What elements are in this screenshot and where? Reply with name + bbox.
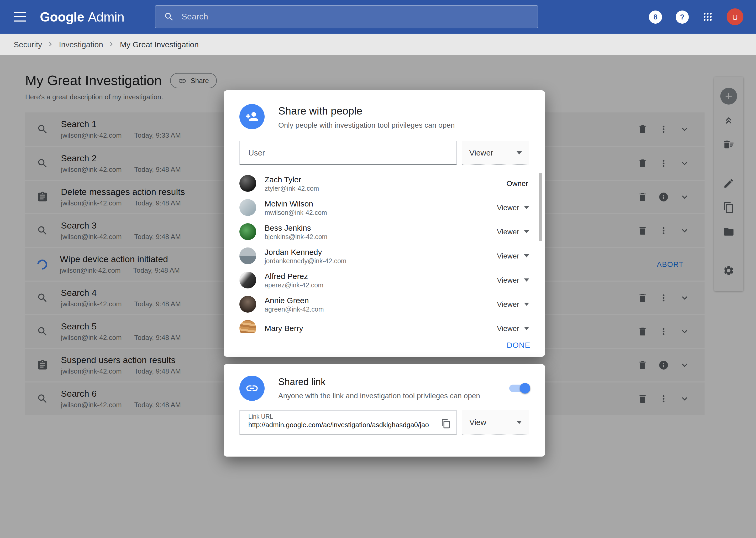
dropdown-arrow-icon xyxy=(524,279,529,282)
dropdown-arrow-icon xyxy=(524,303,529,306)
role-dropdown[interactable]: Viewer xyxy=(497,324,529,333)
person-email: mwilson@ink-42.com xyxy=(264,209,327,216)
avatar xyxy=(239,247,256,264)
role-select-value: Viewer xyxy=(469,148,493,157)
person-email: aperez@ink-42.com xyxy=(264,281,323,289)
role-select[interactable]: Viewer xyxy=(462,141,529,165)
app-header: Google Admin 8 ? U xyxy=(0,0,756,34)
person-row: Mary Berry Viewer xyxy=(239,316,529,333)
person-name: Bess Jenkins xyxy=(264,223,327,232)
role-dropdown[interactable]: Viewer xyxy=(497,252,529,260)
role-dropdown[interactable]: Viewer xyxy=(497,228,529,236)
person-row: Alfred Perez aperez@ink-42.com Viewer xyxy=(239,268,529,292)
dialog-title: Share with people xyxy=(278,105,455,117)
role-dropdown[interactable]: Viewer xyxy=(497,300,529,308)
admin-console: Google Admin 8 ? U Security Investigatio… xyxy=(0,0,756,538)
role-value: Viewer xyxy=(497,276,519,284)
role-dropdown[interactable]: Viewer xyxy=(497,276,529,284)
person-row: Zach Tyler ztyler@ink-42.com Owner xyxy=(239,171,529,195)
notifications-badge[interactable]: 8 xyxy=(649,10,662,24)
dialog-subtitle: Anyone with the link and investigation t… xyxy=(278,392,480,400)
share-with-people-dialog: Share with people Only people with inves… xyxy=(224,90,545,357)
person-email: ztyler@ink-42.com xyxy=(264,185,319,192)
avatar xyxy=(239,175,256,192)
person-name: Annie Green xyxy=(264,296,324,304)
role-value: Viewer xyxy=(497,324,519,333)
avatar xyxy=(239,272,256,289)
shared-link-dialog: Shared link Anyone with the link and inv… xyxy=(224,364,545,457)
role-dropdown[interactable]: Viewer xyxy=(497,203,529,212)
dropdown-arrow-icon xyxy=(524,327,529,330)
role-value: Viewer xyxy=(497,228,519,236)
person-email: agreen@ink-42.com xyxy=(264,305,324,313)
person-name: Alfred Perez xyxy=(264,271,323,280)
breadcrumb: Security Investigation My Great Investig… xyxy=(0,34,756,55)
chevron-right-icon xyxy=(46,40,55,48)
person-add-icon xyxy=(239,104,264,129)
logo-admin: Admin xyxy=(88,9,124,25)
dropdown-arrow-icon xyxy=(524,230,529,233)
role-value: Viewer xyxy=(497,203,519,212)
person-name: Jordan Kennedy xyxy=(264,247,347,256)
person-email: jordankennedy@ink-42.com xyxy=(264,257,347,265)
scrollbar-thumb[interactable] xyxy=(539,173,542,241)
person-email: bjenkins@ink-42.com xyxy=(264,233,327,241)
avatar xyxy=(239,320,256,333)
dropdown-arrow-icon xyxy=(517,421,522,424)
user-field[interactable] xyxy=(239,141,457,165)
dropdown-arrow-icon xyxy=(517,151,522,154)
app-logo: Google Admin xyxy=(40,9,124,25)
chevron-right-icon xyxy=(107,40,116,48)
breadcrumb-investigation[interactable]: Investigation xyxy=(59,40,103,49)
owner-label: Owner xyxy=(507,179,529,188)
link-url-field[interactable]: Link URL xyxy=(239,410,457,435)
avatar xyxy=(239,296,256,313)
search-input[interactable] xyxy=(181,12,529,22)
global-search[interactable] xyxy=(155,5,538,28)
avatar xyxy=(239,223,256,240)
dialog-title: Shared link xyxy=(278,377,480,388)
dropdown-arrow-icon xyxy=(524,206,529,209)
done-button[interactable]: DONE xyxy=(507,340,530,349)
person-row: Annie Green agreen@ink-42.com Viewer xyxy=(239,292,529,316)
link-url-input[interactable] xyxy=(248,421,435,429)
view-role-value: View xyxy=(469,418,487,427)
logo-google: Google xyxy=(40,9,84,25)
dropdown-arrow-icon xyxy=(524,254,529,257)
search-icon xyxy=(164,12,174,22)
copy-icon[interactable] xyxy=(440,417,453,430)
breadcrumb-current: My Great Investigation xyxy=(120,40,199,49)
help-icon[interactable]: ? xyxy=(676,10,689,24)
role-value: Viewer xyxy=(497,252,519,260)
avatar xyxy=(239,199,256,216)
link-url-label: Link URL xyxy=(248,413,435,420)
people-list: Zach Tyler ztyler@ink-42.com Owner Melvi… xyxy=(224,171,545,333)
person-name: Melvin Wilson xyxy=(264,199,327,208)
menu-icon[interactable] xyxy=(14,12,26,22)
person-row: Bess Jenkins bjenkins@ink-42.com Viewer xyxy=(239,220,529,244)
role-value: Viewer xyxy=(497,300,519,308)
person-name: Zach Tyler xyxy=(264,175,319,184)
user-input[interactable] xyxy=(248,148,448,157)
breadcrumb-security[interactable]: Security xyxy=(14,40,42,49)
dialog-subtitle: Only people with investigation tool priv… xyxy=(278,121,455,129)
person-row: Melvin Wilson mwilson@ink-42.com Viewer xyxy=(239,195,529,220)
link-icon xyxy=(239,376,264,401)
person-name: Mary Berry xyxy=(264,323,303,332)
apps-grid-icon[interactable] xyxy=(702,12,713,22)
person-row: Jordan Kennedy jordankennedy@ink-42.com … xyxy=(239,244,529,268)
avatar[interactable]: U xyxy=(727,8,743,25)
view-role-select[interactable]: View xyxy=(462,410,529,435)
header-actions: 8 ? U xyxy=(649,8,743,25)
shared-link-toggle[interactable] xyxy=(509,383,529,394)
